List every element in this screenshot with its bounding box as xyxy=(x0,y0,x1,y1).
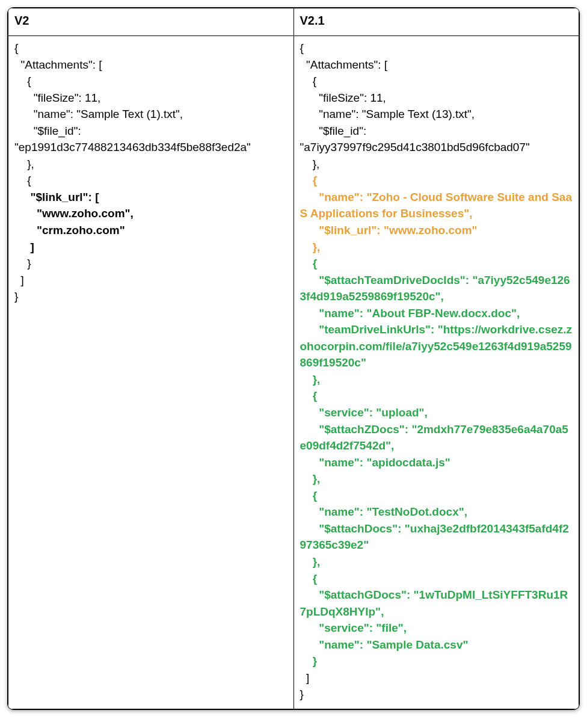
code-line: "a7iyy37997f9c295d41c3801bd5d96fcbad07" xyxy=(300,141,530,153)
code-line: "name": "TestNoDot.docx", xyxy=(300,505,468,518)
code-line: "fileSize": 11, xyxy=(300,91,386,104)
code-line: { xyxy=(14,174,31,187)
code-line: { xyxy=(300,257,318,270)
code-line: "service": "file", xyxy=(300,622,407,634)
code-line: "Attachments": [ xyxy=(14,58,102,71)
code-line: ] xyxy=(14,274,24,286)
v2-1-json-code: { "Attachments": [ { "fileSize": 11, "na… xyxy=(300,40,573,703)
code-line: } xyxy=(14,290,18,303)
code-line: { xyxy=(300,174,318,187)
code-line: "$file_id": xyxy=(300,125,367,137)
code-line: } xyxy=(14,257,31,270)
code-line: "$attachGDocs": "1wTuDpMl_LtSiYFFT3Ru1R7… xyxy=(300,588,568,618)
code-line: "Attachments": [ xyxy=(300,58,388,71)
code-line: { xyxy=(14,42,18,54)
code-line: "fileSize": 11, xyxy=(14,91,100,104)
code-line: { xyxy=(300,42,304,54)
column-header-v2-1: V2.1 xyxy=(294,8,579,36)
code-line: ] xyxy=(14,241,34,253)
comparison-table-frame: V2 V2.1 { "Attachments": [ { "fileSize":… xyxy=(7,7,580,710)
code-line: }, xyxy=(300,555,321,568)
code-line: "ep1991d3c77488213463db334f5be88f3ed2a" xyxy=(14,141,251,153)
code-line: "$attachZDocs": "2mdxh77e79e835e6a4a70a5… xyxy=(300,423,568,452)
code-line: }, xyxy=(300,158,320,170)
code-line: { xyxy=(300,389,318,402)
code-line: "service": "upload", xyxy=(300,406,428,419)
code-line: }, xyxy=(300,472,321,485)
code-line: } xyxy=(300,688,304,700)
code-line: "crm.zoho.com" xyxy=(14,224,125,236)
v2-json-cell: { "Attachments": [ { "fileSize": 11, "na… xyxy=(8,36,294,709)
code-line: "$attachDocs": "uxhaj3e2dfbf2014343f5afd… xyxy=(300,522,569,552)
code-line: "$file_id": xyxy=(14,125,81,137)
code-line: "name": "Zoho - Cloud Software Suite and… xyxy=(300,191,572,220)
code-line: }, xyxy=(300,241,321,253)
code-line: { xyxy=(300,572,318,585)
code-line: } xyxy=(300,655,318,667)
code-line: { xyxy=(300,75,316,87)
code-line: "www.zoho.com", xyxy=(14,207,134,220)
code-line: "name": "About FBP-New.docx.doc", xyxy=(300,307,520,319)
column-header-v2: V2 xyxy=(8,8,294,36)
code-line: "name": "Sample Data.csv" xyxy=(300,638,469,651)
code-line: "name": "apidocdata.js" xyxy=(300,456,450,469)
code-line: }, xyxy=(14,158,34,170)
code-line: }, xyxy=(300,373,321,386)
code-line: "teamDriveLinkUrls": "https://workdrive.… xyxy=(300,323,573,369)
code-line: ] xyxy=(300,671,310,684)
code-line: "$link_url": [ xyxy=(14,191,99,203)
code-line: "name": "Sample Text (13).txt", xyxy=(300,108,475,120)
v2-1-json-cell: { "Attachments": [ { "fileSize": 11, "na… xyxy=(294,36,579,709)
v2-json-code: { "Attachments": [ { "fileSize": 11, "na… xyxy=(14,40,287,305)
code-line: "$link_url": "www.zoho.com" xyxy=(300,224,478,236)
code-line: "$attachTeamDriveDocIds": "a7iyy52c549e1… xyxy=(300,274,570,303)
comparison-table: V2 V2.1 { "Attachments": [ { "fileSize":… xyxy=(8,8,579,709)
code-line: { xyxy=(300,489,318,502)
code-line: { xyxy=(14,75,31,87)
code-line: "name": "Sample Text (1).txt", xyxy=(14,108,183,120)
